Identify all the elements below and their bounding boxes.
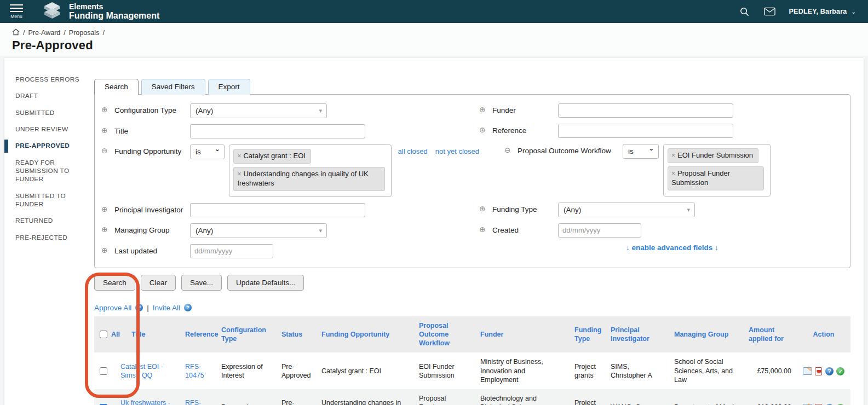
table-header-row: All Title Reference Configuration Type S… [94, 316, 850, 353]
expand-field-icon[interactable]: ⊕ [101, 223, 114, 234]
proposal-reference-link[interactable]: RFS-10475 [185, 363, 204, 379]
brand: Elements Funding Management [42, 2, 159, 21]
select-all-checkbox[interactable] [100, 331, 107, 338]
cell-funding-opportunity: Catalyst grant : EOI [316, 352, 413, 389]
title-label: Title [114, 124, 190, 135]
remove-tag-icon[interactable] [671, 152, 675, 159]
sidebar-item-draft[interactable]: DRAFT [15, 92, 91, 100]
approve-icon[interactable] [836, 367, 844, 375]
proposal-outcome-workflow-multiselect[interactable]: EOI Funder Submission Proposal Funder Su… [663, 144, 771, 196]
remove-tag-icon[interactable] [237, 152, 241, 160]
last-updated-label: Last updated [114, 244, 190, 255]
sidebar-item-ready-for-submission[interactable]: READY FOR SUBMISSION TO FUNDER [15, 159, 91, 184]
col-configuration-type[interactable]: Configuration Type [216, 316, 276, 353]
expand-field-icon[interactable]: ⊕ [479, 202, 492, 213]
main-panel: Search Saved Filters Export ⊕ Configurat… [94, 58, 864, 405]
tab-saved-filters[interactable]: Saved Filters [141, 79, 205, 95]
breadcrumb-proposals[interactable]: Proposals [69, 29, 100, 37]
col-principal-investigator[interactable]: Principal Investigator [605, 316, 669, 353]
home-icon[interactable] [12, 28, 20, 37]
invite-all-help-icon[interactable] [184, 304, 192, 311]
breadcrumb-separator: / [64, 29, 65, 37]
search-icon[interactable] [739, 5, 751, 18]
edit-icon[interactable] [803, 367, 812, 375]
app-header: Menu Elements Funding Management [0, 0, 868, 23]
save-button[interactable]: Save... [181, 275, 222, 291]
proposal-title-link[interactable]: Uk freshwaters - Wang - UU [120, 399, 170, 405]
not-yet-closed-link[interactable]: not yet closed [435, 147, 479, 155]
title-input[interactable] [190, 124, 365, 138]
col-managing-group[interactable]: Managing Group [669, 316, 743, 353]
created-input[interactable] [558, 223, 641, 238]
pdf-icon[interactable] [815, 367, 822, 375]
sidebar-item-process-errors[interactable]: PROCESS ERRORS [15, 76, 91, 84]
proposal-reference-link[interactable]: RFS-10478 [185, 399, 204, 405]
cell-managing-group: School of Social Sciences, Arts, and Law [669, 352, 743, 389]
col-reference[interactable]: Reference [180, 316, 216, 353]
update-defaults-button[interactable]: Update Defaults... [227, 275, 304, 291]
cell-status: Pre-Approved [276, 352, 316, 389]
funding-opportunity-label: Funding Opportunity [114, 144, 190, 155]
proposal-outcome-workflow-operator-select[interactable]: is [623, 144, 659, 159]
cell-principal-investigator: SIMS, Christopher A [605, 352, 669, 389]
funding-opportunity-multiselect[interactable]: Catalyst grant : EOI Understanding chang… [229, 144, 391, 197]
cell-principal-investigator: WANG, Ge [605, 389, 669, 405]
remove-tag-icon[interactable] [237, 170, 241, 178]
row-checkbox[interactable] [100, 367, 107, 375]
sidebar-item-submitted-to-funder[interactable]: SUBMITTED TO FUNDER [15, 192, 91, 209]
col-amount[interactable]: Amount applied for [743, 316, 797, 353]
menu-button[interactable]: Menu [10, 4, 23, 19]
sidebar-item-returned[interactable]: RETURNED [15, 217, 91, 225]
expand-field-icon[interactable]: ⊕ [101, 103, 114, 114]
breadcrumb-bar: / Pre-Award / Proposals / Pre-Approved [0, 23, 868, 56]
cell-funding-opportunity: Understanding changes in quality of UK f… [316, 389, 413, 405]
col-all[interactable]: All [111, 330, 120, 339]
sidebar-item-pre-approved[interactable]: PRE-APPROVED [15, 142, 91, 150]
managing-group-select[interactable]: (Any) [190, 223, 327, 238]
cell-workflow: Proposal Funder Submission [413, 389, 475, 405]
funding-type-select[interactable]: (Any) [558, 202, 695, 217]
expand-field-icon[interactable]: ⊕ [479, 124, 492, 134]
col-funding-opportunity[interactable]: Funding Opportunity [316, 316, 413, 353]
tab-search[interactable]: Search [94, 79, 139, 95]
expand-field-icon[interactable]: ⊕ [101, 124, 114, 135]
collapse-field-icon[interactable]: ⊖ [504, 144, 518, 154]
col-status[interactable]: Status [276, 316, 316, 353]
expand-field-icon[interactable]: ⊕ [479, 223, 492, 234]
proposal-title-link[interactable]: Catalyst EOI - Sims - QQ [120, 363, 163, 379]
last-updated-input[interactable] [190, 244, 273, 258]
user-menu[interactable]: PEDLEY, Barbara ⌄ [789, 8, 856, 15]
breadcrumb-pre-award[interactable]: Pre-Award [28, 29, 60, 37]
tab-export[interactable]: Export [208, 79, 250, 95]
col-funding-type[interactable]: Funding Type [569, 316, 605, 353]
collapse-field-icon[interactable]: ⊖ [101, 144, 114, 155]
reference-input[interactable] [558, 124, 733, 138]
funding-opportunity-operator-select[interactable]: is [190, 144, 225, 159]
expand-field-icon[interactable]: ⊕ [101, 203, 114, 213]
principal-investigator-input[interactable] [190, 203, 365, 217]
sidebar-item-submitted[interactable]: SUBMITTED [15, 109, 91, 117]
help-icon[interactable] [825, 367, 833, 375]
approve-all-help-icon[interactable] [135, 304, 143, 311]
col-funder[interactable]: Funder [475, 316, 569, 353]
clear-button[interactable]: Clear [141, 275, 176, 291]
enable-advanced-fields-link[interactable]: ↓ enable advanced fields ↓ [626, 244, 844, 252]
sidebar-item-pre-rejected[interactable]: PRE-REJECTED [15, 234, 91, 242]
search-form: ⊕ Configuration Type (Any) ⊕ Title ⊖ Fun… [94, 94, 850, 268]
funder-input[interactable] [558, 103, 733, 118]
search-button[interactable]: Search [94, 275, 135, 291]
expand-field-icon[interactable]: ⊕ [101, 244, 114, 254]
cell-workflow: EOI Funder Submission [413, 352, 475, 389]
approve-all-link[interactable]: Approve All [94, 304, 131, 312]
all-closed-link[interactable]: all closed [398, 147, 428, 155]
principal-investigator-label: Principal Investigator [114, 203, 190, 214]
remove-tag-icon[interactable] [671, 170, 675, 177]
sidebar-item-under-review[interactable]: UNDER REVIEW [15, 125, 91, 134]
configuration-type-select[interactable]: (Any) [190, 103, 327, 118]
invite-all-link[interactable]: Invite All [153, 304, 180, 312]
mail-icon[interactable] [764, 5, 776, 18]
col-workflow[interactable]: Proposal Outcome Workflow [413, 316, 475, 353]
col-title[interactable]: Title [131, 330, 145, 339]
expand-field-icon[interactable]: ⊕ [479, 103, 492, 114]
col-action[interactable]: Action [797, 316, 850, 353]
